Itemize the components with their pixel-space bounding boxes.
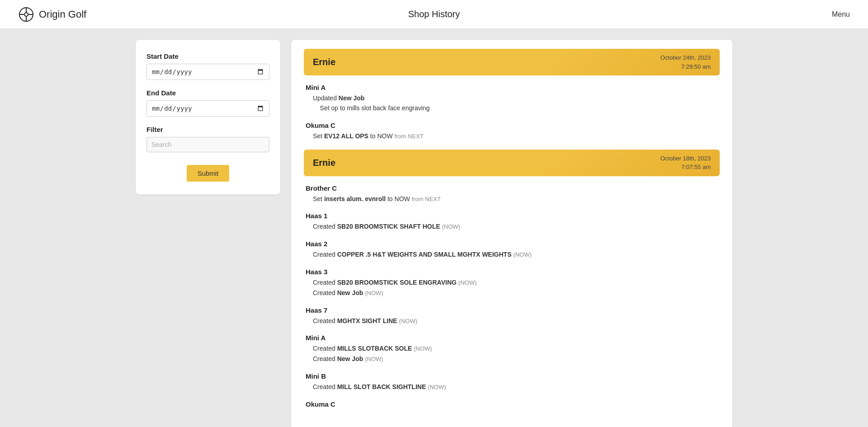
banner-date-1: October 24th, 2023 [660,53,711,62]
filter-panel: Start Date End Date Filter Submit [136,40,280,194]
machine-name: Mini A [306,84,720,91]
machine-mini-a-2: Mini A Created MILLS SLOTBACK SOLE (NOW)… [304,334,720,364]
machine-action: Created SB20 BROOMSTICK SHAFT HOLE (NOW) [306,221,720,232]
logo-icon [18,6,34,23]
submit-button[interactable]: Submit [187,165,230,182]
end-date-label: End Date [146,89,269,97]
machine-name: Okuma C [306,122,720,129]
search-input[interactable] [146,137,269,152]
machine-action: Created COPPER .5 H&T WEIGHTS AND SMALL … [306,249,720,260]
machine-name: Okuma C [306,400,720,408]
machine-okuma-c-2: Okuma C [304,400,720,408]
machine-action-2: Created New Job (NOW) [306,288,720,298]
history-panel: Ernie October 24th, 2023 7:29:50 am Mini… [291,40,732,427]
user-banner-1: Ernie October 24th, 2023 7:29:50 am [304,49,720,75]
machine-action: Created MILLS SLOTBACK SOLE (NOW) [306,343,720,354]
menu-button[interactable]: Menu [832,10,850,19]
machine-haas-1: Haas 1 Created SB20 BROOMSTICK SHAFT HOL… [304,212,720,232]
end-date-input[interactable] [146,100,269,117]
logo: Origin Golf [18,6,86,23]
banner-date-2: October 18th, 2023 [660,154,711,163]
logo-text: Origin Golf [39,9,86,20]
user-name-2: Ernie [313,158,335,168]
history-container: Ernie October 24th, 2023 7:29:50 am Mini… [291,40,732,427]
banner-time-2: 7:07:55 am [660,163,711,172]
start-date-label: Start Date [146,52,269,60]
machine-note: Set op to mills slot back face engraving [306,103,720,113]
machine-mini-b: Mini B Created MILL SLOT BACK SIGHTLINE … [304,372,720,392]
user-name-1: Ernie [313,57,335,67]
machine-action: Created MILL SLOT BACK SIGHTLINE (NOW) [306,382,720,392]
machine-mini-a-1: Mini A Updated New Job Set op to mills s… [304,84,720,113]
banner-time-1: 7:29:50 am [660,62,711,71]
user-banner-2: Ernie October 18th, 2023 7:07:55 am [304,150,720,176]
machine-action: Updated New Job [306,93,720,103]
page-title: Shop History [408,9,460,19]
machine-brother-c: Brother C Set inserts alum. evnroll to N… [304,184,720,204]
machine-action-2: Created New Job (NOW) [306,354,720,364]
machine-haas-7: Haas 7 Created MGHTX SIGHT LINE (NOW) [304,306,720,326]
start-date-input[interactable] [146,64,269,80]
machine-okuma-c-1: Okuma C Set EV12 ALL OPS to NOW from NEX… [304,122,720,141]
machine-haas-3: Haas 3 Created SB20 BROOMSTICK SOLE ENGR… [304,268,720,298]
header: Origin Golf Shop History Menu [0,0,868,29]
filter-label: Filter [146,126,269,133]
machine-name: Haas 3 [306,268,720,276]
banner-datetime-1: October 24th, 2023 7:29:50 am [660,53,711,71]
machine-action: Set inserts alum. evnroll to NOW from NE… [306,194,720,204]
machine-name: Brother C [306,184,720,192]
svg-point-1 [24,13,28,16]
main-content: Start Date End Date Filter Submit Ernie … [118,29,750,427]
machine-action: Created MGHTX SIGHT LINE (NOW) [306,316,720,326]
machine-action: Created SB20 BROOMSTICK SOLE ENGRAVING (… [306,277,720,288]
machine-name: Haas 1 [306,212,720,220]
machine-name: Mini B [306,372,720,380]
machine-name: Haas 7 [306,306,720,314]
machine-action: Set EV12 ALL OPS to NOW from NEXT [306,131,720,141]
machine-name: Haas 2 [306,240,720,248]
banner-datetime-2: October 18th, 2023 7:07:55 am [660,154,711,172]
machine-name: Mini A [306,334,720,342]
machine-haas-2: Haas 2 Created COPPER .5 H&T WEIGHTS AND… [304,240,720,260]
